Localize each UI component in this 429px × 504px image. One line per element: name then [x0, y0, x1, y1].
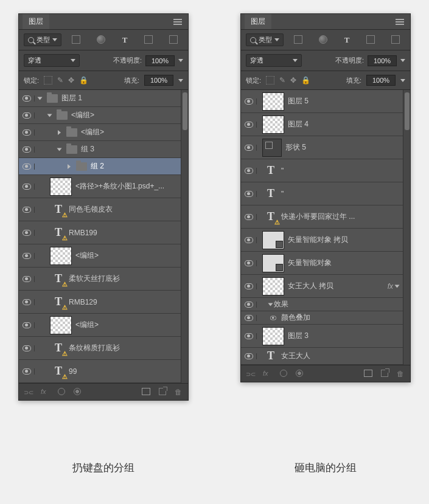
- expand-icon[interactable]: [38, 97, 43, 100]
- layer-row[interactable]: T同色毛领皮衣: [19, 198, 181, 221]
- lock-move-icon[interactable]: ✥: [68, 76, 74, 85]
- filter-adjustment-icon[interactable]: [319, 35, 327, 44]
- expand-icon[interactable]: [68, 164, 71, 169]
- new-layer-icon[interactable]: [159, 388, 166, 395]
- layer-row[interactable]: TRMB129: [19, 291, 181, 314]
- lock-transparency-icon[interactable]: [266, 76, 274, 85]
- expand-icon[interactable]: [47, 114, 52, 117]
- panel-menu-icon[interactable]: [396, 21, 404, 22]
- layer-fx-icon[interactable]: fx: [41, 388, 49, 396]
- layer-row[interactable]: 效果: [241, 298, 403, 311]
- visibility-toggle[interactable]: [241, 191, 257, 197]
- visibility-toggle[interactable]: [241, 98, 257, 105]
- fill-input[interactable]: 100%: [366, 75, 396, 86]
- visibility-toggle[interactable]: [19, 129, 35, 136]
- visibility-toggle[interactable]: [19, 345, 35, 351]
- layer-row[interactable]: 组 3: [19, 141, 181, 158]
- visibility-toggle[interactable]: [19, 276, 35, 282]
- delete-layer-icon[interactable]: [397, 370, 405, 378]
- layer-row[interactable]: 组 2: [19, 158, 181, 175]
- lock-transparency-icon[interactable]: [44, 76, 52, 85]
- layer-mask-icon[interactable]: [58, 388, 65, 395]
- new-group-icon[interactable]: [364, 370, 372, 377]
- opacity-input[interactable]: 100%: [145, 55, 175, 66]
- chevron-down-icon[interactable]: [400, 79, 405, 82]
- opacity-input[interactable]: 100%: [368, 55, 397, 66]
- layer-row[interactable]: T条纹棉质打底衫: [19, 337, 181, 360]
- eye-icon[interactable]: [270, 316, 276, 320]
- visibility-toggle[interactable]: [241, 283, 257, 289]
- visibility-toggle[interactable]: [19, 147, 35, 153]
- lock-paint-icon[interactable]: ✎: [279, 76, 285, 85]
- visibility-toggle[interactable]: [19, 164, 35, 170]
- lock-all-icon[interactable]: 🔒: [301, 76, 310, 85]
- visibility-toggle[interactable]: [19, 184, 35, 190]
- filter-pixel-icon[interactable]: [72, 35, 80, 44]
- visibility-toggle[interactable]: [19, 230, 35, 236]
- filter-shape-icon[interactable]: [366, 35, 375, 44]
- layer-fx-icon[interactable]: fx: [263, 370, 271, 378]
- layer-row[interactable]: <编组>: [19, 314, 181, 337]
- visibility-toggle[interactable]: [241, 122, 257, 128]
- fx-expand-icon[interactable]: [395, 285, 400, 288]
- filter-text-icon[interactable]: T: [344, 35, 350, 45]
- visibility-toggle[interactable]: [19, 95, 35, 102]
- expand-icon[interactable]: [58, 130, 61, 135]
- layer-row[interactable]: 图层 4: [241, 113, 403, 136]
- fill-input[interactable]: 100%: [144, 75, 173, 86]
- layer-row[interactable]: <编组>: [19, 124, 181, 141]
- layer-row[interactable]: 图层 5: [241, 90, 403, 113]
- layer-mask-icon[interactable]: [280, 370, 287, 377]
- adjustment-layer-icon[interactable]: [74, 388, 81, 395]
- filter-pixel-icon[interactable]: [294, 35, 302, 44]
- filter-type-dropdown[interactable]: 类型: [24, 33, 61, 46]
- new-group-icon[interactable]: [142, 388, 150, 395]
- layer-row[interactable]: T": [241, 182, 403, 205]
- visibility-toggle[interactable]: [19, 207, 35, 213]
- layer-row[interactable]: <路径>+条纹小图1.psd+_...: [19, 175, 181, 198]
- lock-paint-icon[interactable]: ✎: [57, 76, 63, 85]
- visibility-toggle[interactable]: [241, 214, 257, 220]
- layer-row[interactable]: 形状 5: [241, 136, 403, 159]
- filter-smartobj-icon[interactable]: [391, 35, 400, 44]
- filter-type-dropdown[interactable]: 类型: [246, 33, 284, 46]
- layer-row[interactable]: <编组>: [19, 107, 181, 124]
- layer-row[interactable]: 矢量智能对象: [241, 252, 403, 275]
- layer-row[interactable]: 颜色叠加: [241, 311, 403, 325]
- scrollbar[interactable]: [181, 90, 188, 383]
- new-layer-icon[interactable]: [381, 370, 388, 377]
- link-layers-icon[interactable]: [24, 388, 32, 396]
- adjustment-layer-icon[interactable]: [296, 370, 303, 377]
- panel-menu-icon[interactable]: [173, 21, 182, 22]
- panel-tab-layers[interactable]: 图层: [245, 14, 271, 29]
- layer-row[interactable]: 图层 1: [19, 90, 181, 107]
- visibility-toggle[interactable]: [19, 299, 35, 305]
- panel-tab-layers[interactable]: 图层: [23, 14, 49, 29]
- visibility-toggle[interactable]: [19, 322, 35, 328]
- chevron-down-icon[interactable]: [178, 79, 183, 82]
- expand-icon[interactable]: [57, 148, 62, 151]
- lock-move-icon[interactable]: ✥: [290, 76, 296, 85]
- blend-mode-dropdown[interactable]: 穿透: [24, 54, 80, 67]
- visibility-toggle[interactable]: [19, 368, 35, 375]
- expand-icon[interactable]: [268, 303, 273, 306]
- filter-adjustment-icon[interactable]: [97, 35, 105, 44]
- visibility-toggle[interactable]: [241, 145, 257, 151]
- fx-badge[interactable]: fx: [388, 282, 393, 291]
- filter-shape-icon[interactable]: [144, 35, 153, 44]
- layer-row[interactable]: T": [241, 159, 403, 182]
- visibility-toggle[interactable]: [241, 315, 257, 321]
- layer-row[interactable]: 图层 3: [241, 325, 403, 348]
- visibility-toggle[interactable]: [241, 302, 257, 308]
- layer-row[interactable]: T快递小哥要回家过年 ...: [241, 205, 403, 229]
- visibility-toggle[interactable]: [241, 353, 257, 359]
- visibility-toggle[interactable]: [241, 333, 257, 339]
- visibility-toggle[interactable]: [241, 168, 257, 174]
- scrollbar[interactable]: [403, 90, 410, 365]
- filter-smartobj-icon[interactable]: [169, 35, 178, 44]
- layer-row[interactable]: T柔软天丝打底衫: [19, 268, 181, 291]
- chevron-down-icon[interactable]: [400, 59, 405, 62]
- layer-row[interactable]: T99: [19, 360, 181, 383]
- link-layers-icon[interactable]: [246, 370, 254, 378]
- filter-text-icon[interactable]: T: [122, 35, 128, 45]
